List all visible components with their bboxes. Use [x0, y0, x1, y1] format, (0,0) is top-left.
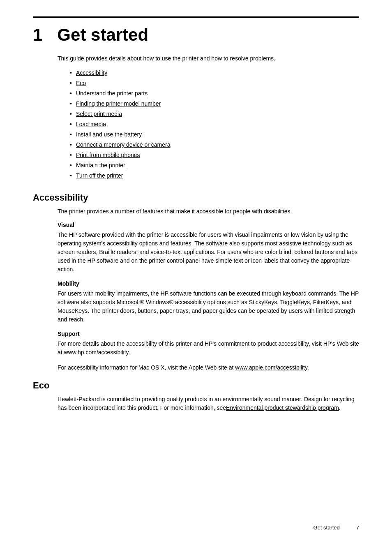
eco-section: Eco Hewlett-Packard is committed to prov… — [33, 380, 359, 412]
visual-heading: Visual — [58, 222, 359, 228]
toc-link[interactable]: Select print media — [76, 110, 122, 118]
toc-link[interactable]: Turn off the printer — [76, 171, 123, 180]
hp-accessibility-link[interactable]: www.hp.com/accessibility — [64, 349, 129, 356]
apple-accessibility-link[interactable]: www.apple.com/accessibility — [235, 364, 307, 371]
intro-text: This guide provides details about how to… — [58, 54, 359, 63]
toc-list-item: Accessibility — [70, 69, 359, 77]
chapter-number: 1 — [33, 25, 42, 44]
toc-list-item: Connect a memory device or camera — [70, 141, 359, 149]
toc-list-item: Finding the printer model number — [70, 99, 359, 108]
toc-list-item: Select print media — [70, 110, 359, 118]
visual-text: The HP software provided with the printe… — [58, 231, 359, 274]
toc-link[interactable]: Load media — [76, 120, 106, 129]
chapter-title: Get started — [57, 25, 148, 44]
toc-link[interactable]: Eco — [76, 79, 86, 88]
footer-section-label: Get started — [313, 525, 339, 531]
accessibility-intro: The printer provides a number of feature… — [58, 207, 359, 216]
support-text-2: For accessibility information for Mac OS… — [58, 363, 359, 372]
toc-list-item: Print from mobile phones — [70, 151, 359, 159]
toc-list-item: Install and use the battery — [70, 130, 359, 139]
chapter-header: 1 Get started — [33, 25, 359, 44]
toc-link[interactable]: Understand the printer parts — [76, 89, 148, 98]
accessibility-section: Accessibility The printer provides a num… — [33, 192, 359, 372]
toc-list-item: Load media — [70, 120, 359, 129]
support-heading: Support — [58, 330, 359, 337]
footer-text: Get started 7 — [313, 525, 359, 531]
top-border — [33, 16, 359, 18]
toc-link[interactable]: Install and use the battery — [76, 130, 142, 139]
mobility-text: For users with mobility impairments, the… — [58, 289, 359, 324]
accessibility-content: The printer provides a number of feature… — [58, 207, 359, 372]
accessibility-heading: Accessibility — [33, 192, 359, 203]
page-footer: Get started 7 — [0, 525, 392, 531]
env-stewardship-link[interactable]: Environmental product stewardship progra… — [226, 404, 339, 411]
eco-content: Hewlett-Packard is committed to providin… — [58, 395, 359, 412]
mobility-heading: Mobility — [58, 280, 359, 287]
toc-link[interactable]: Connect a memory device or camera — [76, 141, 171, 149]
toc-list-item: Understand the printer parts — [70, 89, 359, 98]
support-text2-after: . — [307, 364, 309, 371]
page: 1 Get started This guide provides detail… — [0, 0, 392, 543]
toc-link[interactable]: Accessibility — [76, 69, 107, 77]
eco-text: Hewlett-Packard is committed to providin… — [58, 395, 359, 412]
toc-link[interactable]: Print from mobile phones — [76, 151, 140, 159]
toc-list-item: Maintain the printer — [70, 161, 359, 170]
toc-link[interactable]: Maintain the printer — [76, 161, 125, 170]
toc-list: AccessibilityEcoUnderstand the printer p… — [70, 69, 359, 180]
footer-page-number: 7 — [356, 525, 359, 531]
toc-list-item: Turn off the printer — [70, 171, 359, 180]
eco-heading: Eco — [33, 380, 359, 391]
toc-list-item: Eco — [70, 79, 359, 88]
support-text2-before: For accessibility information for Mac OS… — [58, 364, 235, 371]
eco-text-after: . — [339, 404, 341, 411]
support-text-after: . — [128, 349, 130, 356]
support-text-1: For more details about the accessibility… — [58, 340, 359, 357]
toc-link[interactable]: Finding the printer model number — [76, 99, 161, 108]
